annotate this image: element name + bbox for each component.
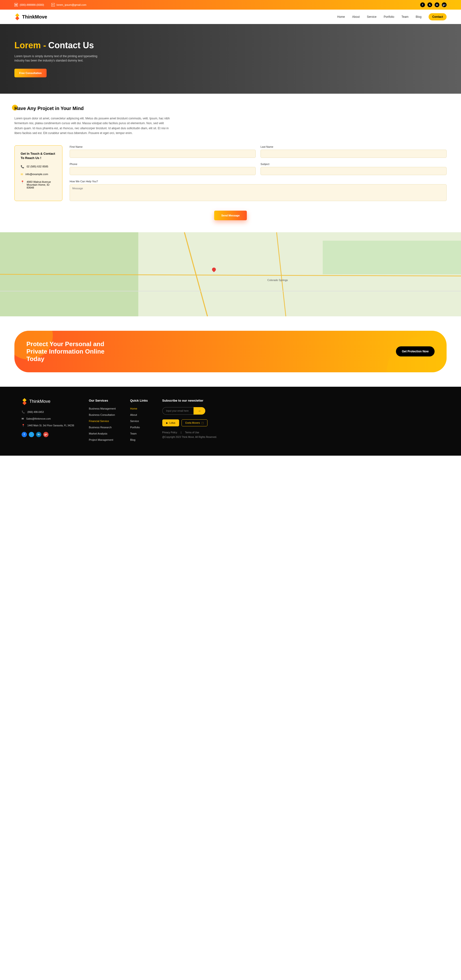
footer-bottom: Privacy Policy | Terms of Use: [162, 431, 439, 434]
phone-group: Phone: [70, 162, 256, 175]
nav-service[interactable]: Service: [367, 15, 377, 19]
exela-button[interactable]: Exela Movers ⬚: [181, 419, 207, 426]
footer: ThinkMove 📞 (866) 498-0453 ✉ Sales@think…: [0, 387, 461, 456]
topbar-left: ☎ (000)-888888-(0000) ✉ lorem_ipsum@gmai…: [14, 3, 86, 6]
contact-address: 📍 4983 Walnut Avenue Mountain Home, ID 8…: [21, 180, 56, 189]
logo-icon: [14, 14, 20, 20]
quick-link[interactable]: Portfolio: [130, 426, 148, 429]
service-link[interactable]: Business Consultation: [89, 414, 116, 416]
phone-text: (000)-888888-(0000): [20, 3, 44, 6]
quick-link[interactable]: Team: [130, 432, 148, 435]
phone-label: Phone: [70, 162, 256, 165]
hero-desc: Lorem Ipsum is simply dummy text of the …: [14, 54, 99, 63]
newsletter-submit-button[interactable]: →: [194, 407, 205, 415]
location-icon: 📍: [21, 180, 24, 184]
nav-home[interactable]: Home: [337, 15, 345, 19]
subject-label: Subject: [261, 162, 447, 165]
services-heading: Our Services: [89, 399, 116, 402]
contact-card: Get In Touch & Contact To Reach Us ! 📞 0…: [14, 145, 62, 201]
section-desc: Lorem ipsum dolor sit amet, consectetur …: [14, 116, 170, 136]
phone-icon: 📞: [21, 165, 24, 169]
send-message-button[interactable]: Send Message: [214, 211, 247, 220]
contact-phone: 📞 02 (585) 632 8585: [21, 165, 56, 169]
services-links: Business Management Business Consultatio…: [89, 407, 116, 441]
newsletter-heading: Subscribe to our newsletter: [162, 399, 439, 402]
logo[interactable]: ThinkMove: [14, 14, 47, 20]
exela-text: Exela Movers: [185, 422, 200, 424]
linkedin-icon[interactable]: in: [36, 432, 41, 437]
contact-email: ✉ info@example.com: [21, 173, 56, 176]
lotus-button[interactable]: ▶ Lotus: [162, 419, 179, 426]
quick-link[interactable]: Home: [130, 407, 148, 410]
service-link[interactable]: Project Management: [89, 438, 116, 441]
lotus-text: Lotus: [170, 422, 175, 424]
service-link[interactable]: Business Research: [89, 426, 116, 429]
facebook-icon[interactable]: f: [420, 2, 425, 7]
googleplus-icon[interactable]: g+: [442, 2, 447, 7]
subject-input[interactable]: [261, 167, 447, 175]
googleplus-icon[interactable]: g+: [43, 432, 49, 437]
newsletter-form: →: [162, 407, 439, 415]
footer-email-text: Sales@thinkmove.com: [26, 417, 51, 420]
topbar-email: ✉ lorem_ipsum@gmail.com: [51, 3, 86, 6]
contact-email-text: info@example.com: [25, 173, 48, 176]
email-text: lorem_ipsum@gmail.com: [57, 3, 86, 6]
hero: Lorem - Contact Us Lorem Ipsum is simply…: [0, 24, 461, 94]
nav-about[interactable]: About: [352, 15, 360, 19]
nav-portfolio[interactable]: Portfolio: [384, 15, 394, 19]
hero-title: Lorem - Contact Us: [14, 40, 447, 51]
footer-logo[interactable]: ThinkMove: [22, 399, 75, 404]
facebook-icon[interactable]: f: [22, 432, 27, 437]
message-group: How We Can Help You?: [70, 180, 447, 201]
contact-card-heading: Get In Touch & Contact To Reach Us !: [21, 151, 56, 160]
linkedin-icon[interactable]: in: [435, 2, 439, 7]
logo-icon: [22, 399, 27, 404]
last-name-input[interactable]: [261, 150, 447, 158]
send-wrap: Send Message: [14, 211, 447, 220]
location-icon: 📍: [22, 424, 25, 427]
contact-phone-text: 02 (585) 632 8585: [27, 165, 48, 168]
play-icon: ▶: [166, 422, 168, 424]
footer-cols: ThinkMove 📞 (866) 498-0453 ✉ Sales@think…: [22, 399, 439, 441]
nav-team[interactable]: Team: [401, 15, 409, 19]
message-label: How We Can Help You?: [70, 180, 447, 183]
quick-link[interactable]: About: [130, 414, 148, 416]
quick-link[interactable]: Service: [130, 420, 148, 423]
newsletter-input[interactable]: [162, 407, 194, 415]
quick-heading: Quick Links: [130, 399, 148, 402]
service-link[interactable]: Business Management: [89, 407, 116, 410]
phone-input[interactable]: [70, 167, 256, 175]
phone-icon: 📞: [22, 410, 25, 414]
subject-group: Subject: [261, 162, 447, 175]
cta-banner: Protect Your Personal and Private Inform…: [14, 331, 447, 372]
topbar: ☎ (000)-888888-(0000) ✉ lorem_ipsum@gmai…: [0, 0, 461, 10]
first-name-input[interactable]: [70, 150, 256, 158]
map-svg: Colorado Springs: [0, 232, 461, 317]
devices-icon: ⬚: [202, 422, 203, 424]
quick-link[interactable]: Blog: [130, 438, 148, 441]
copyright-text: @Copyright 2023 Think Move. All Rights R…: [162, 436, 217, 438]
map-pin-icon: [212, 267, 217, 274]
map[interactable]: Colorado Springs: [0, 232, 461, 317]
service-link[interactable]: Market Analysis: [89, 432, 116, 435]
social-icons: f 𝕏 in g+: [420, 2, 447, 7]
section-title: Have Any Projcet in Your Mind: [14, 106, 84, 111]
service-link[interactable]: Financial Service: [89, 420, 116, 423]
copyright: @Copyright 2023 Think Move. All Rights R…: [162, 436, 439, 438]
mail-icon: ✉: [51, 3, 55, 6]
nav-contact[interactable]: Contact: [429, 13, 447, 21]
privacy-link[interactable]: Privacy Policy: [162, 431, 177, 434]
contact-address-text: 4983 Walnut Avenue Mountain Home, ID 836…: [27, 180, 56, 189]
footer-email: ✉ Sales@thinkmove.com: [22, 417, 75, 420]
free-consultation-button[interactable]: Free Consultation: [14, 69, 46, 77]
twitter-icon[interactable]: 🐦: [29, 432, 34, 437]
twitter-icon[interactable]: 𝕏: [428, 2, 432, 7]
get-protection-button[interactable]: Get Protection Now: [396, 346, 435, 356]
quick-links: Home About Service Portfolio Team Blog: [130, 407, 148, 441]
hero-title-orange: Lorem -: [14, 40, 46, 50]
contact-section: Have Any Projcet in Your Mind Lorem ipsu…: [0, 94, 461, 232]
footer-address-text: 1440 Main St. 3rd Floor Sarasota, FL 342…: [27, 424, 74, 427]
nav-blog[interactable]: Blog: [416, 15, 421, 19]
message-textarea[interactable]: [70, 184, 447, 201]
terms-link[interactable]: Terms of Use: [185, 431, 199, 434]
